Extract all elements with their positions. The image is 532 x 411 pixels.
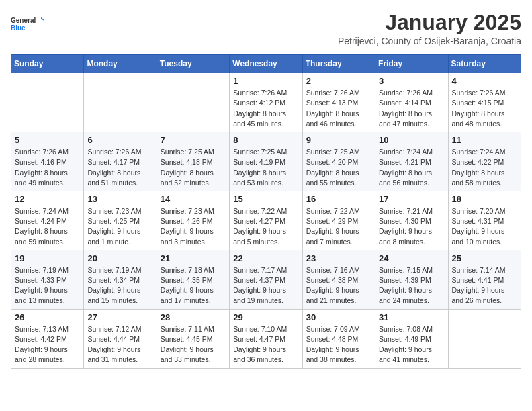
- day-info: Sunrise: 7:22 AM Sunset: 4:29 PM Dayligh…: [306, 206, 371, 247]
- day-cell-15: 15Sunrise: 7:22 AM Sunset: 4:27 PM Dayli…: [230, 191, 302, 250]
- day-number: 19: [15, 253, 80, 263]
- day-cell-1: 1Sunrise: 7:26 AM Sunset: 4:12 PM Daylig…: [230, 73, 302, 132]
- day-cell-20: 20Sunrise: 7:19 AM Sunset: 4:34 PM Dayli…: [84, 250, 157, 309]
- day-number: 30: [306, 312, 371, 322]
- col-header-thursday: Thursday: [302, 55, 375, 73]
- day-info: Sunrise: 7:24 AM Sunset: 4:24 PM Dayligh…: [15, 206, 80, 247]
- day-cell-29: 29Sunrise: 7:10 AM Sunset: 4:47 PM Dayli…: [230, 309, 302, 368]
- day-number: 4: [452, 76, 517, 86]
- day-cell-10: 10Sunrise: 7:24 AM Sunset: 4:21 PM Dayli…: [375, 132, 448, 191]
- day-number: 11: [452, 135, 517, 145]
- empty-cell: [157, 73, 229, 132]
- day-info: Sunrise: 7:20 AM Sunset: 4:31 PM Dayligh…: [452, 206, 517, 247]
- day-info: Sunrise: 7:09 AM Sunset: 4:48 PM Dayligh…: [306, 324, 371, 365]
- col-header-wednesday: Wednesday: [230, 55, 302, 73]
- day-number: 24: [379, 253, 444, 263]
- col-header-sunday: Sunday: [11, 55, 84, 73]
- day-number: 20: [87, 253, 152, 263]
- day-number: 28: [161, 312, 226, 322]
- col-header-friday: Friday: [375, 55, 448, 73]
- day-number: 18: [452, 194, 517, 204]
- calendar-header-row: SundayMondayTuesdayWednesdayThursdayFrid…: [11, 55, 521, 73]
- day-info: Sunrise: 7:23 AM Sunset: 4:25 PM Dayligh…: [87, 206, 152, 247]
- day-number: 27: [87, 312, 152, 322]
- day-info: Sunrise: 7:19 AM Sunset: 4:34 PM Dayligh…: [87, 265, 152, 306]
- day-number: 22: [233, 253, 298, 263]
- day-number: 3: [379, 76, 444, 86]
- day-number: 15: [233, 194, 298, 204]
- day-cell-5: 5Sunrise: 7:26 AM Sunset: 4:16 PM Daylig…: [11, 132, 84, 191]
- day-cell-8: 8Sunrise: 7:25 AM Sunset: 4:19 PM Daylig…: [230, 132, 302, 191]
- day-cell-31: 31Sunrise: 7:08 AM Sunset: 4:49 PM Dayli…: [375, 309, 448, 368]
- day-info: Sunrise: 7:10 AM Sunset: 4:47 PM Dayligh…: [233, 324, 298, 365]
- empty-cell: [448, 309, 521, 368]
- day-number: 2: [306, 76, 371, 86]
- col-header-saturday: Saturday: [448, 55, 521, 73]
- day-info: Sunrise: 7:19 AM Sunset: 4:33 PM Dayligh…: [15, 265, 80, 306]
- col-header-tuesday: Tuesday: [157, 55, 229, 73]
- logo-svg: General Blue: [11, 11, 44, 38]
- day-info: Sunrise: 7:24 AM Sunset: 4:21 PM Dayligh…: [379, 147, 444, 188]
- day-number: 13: [87, 194, 152, 204]
- day-number: 21: [161, 253, 226, 263]
- day-info: Sunrise: 7:21 AM Sunset: 4:30 PM Dayligh…: [379, 206, 444, 247]
- day-number: 14: [161, 194, 226, 204]
- page-header: General Blue January 2025 Petrijevci, Co…: [11, 11, 521, 46]
- day-cell-2: 2Sunrise: 7:26 AM Sunset: 4:13 PM Daylig…: [302, 73, 375, 132]
- location-subtitle: Petrijevci, County of Osijek-Baranja, Cr…: [338, 36, 521, 46]
- day-info: Sunrise: 7:24 AM Sunset: 4:22 PM Dayligh…: [452, 147, 517, 188]
- day-number: 10: [379, 135, 444, 145]
- day-info: Sunrise: 7:15 AM Sunset: 4:39 PM Dayligh…: [379, 265, 444, 306]
- day-info: Sunrise: 7:14 AM Sunset: 4:41 PM Dayligh…: [452, 265, 517, 306]
- day-info: Sunrise: 7:26 AM Sunset: 4:15 PM Dayligh…: [452, 88, 517, 129]
- day-cell-30: 30Sunrise: 7:09 AM Sunset: 4:48 PM Dayli…: [302, 309, 375, 368]
- day-number: 5: [15, 135, 80, 145]
- month-title: January 2025: [338, 11, 521, 34]
- day-number: 9: [306, 135, 371, 145]
- day-cell-3: 3Sunrise: 7:26 AM Sunset: 4:14 PM Daylig…: [375, 73, 448, 132]
- day-number: 29: [233, 312, 298, 322]
- empty-cell: [11, 73, 84, 132]
- day-number: 8: [233, 135, 298, 145]
- day-info: Sunrise: 7:08 AM Sunset: 4:49 PM Dayligh…: [379, 324, 444, 365]
- calendar-week-5: 26Sunrise: 7:13 AM Sunset: 4:42 PM Dayli…: [11, 309, 521, 368]
- day-cell-18: 18Sunrise: 7:20 AM Sunset: 4:31 PM Dayli…: [448, 191, 521, 250]
- day-cell-23: 23Sunrise: 7:16 AM Sunset: 4:38 PM Dayli…: [302, 250, 375, 309]
- day-number: 6: [87, 135, 152, 145]
- day-info: Sunrise: 7:26 AM Sunset: 4:16 PM Dayligh…: [15, 147, 80, 188]
- empty-cell: [84, 73, 157, 132]
- day-cell-7: 7Sunrise: 7:25 AM Sunset: 4:18 PM Daylig…: [157, 132, 229, 191]
- day-info: Sunrise: 7:12 AM Sunset: 4:44 PM Dayligh…: [87, 324, 152, 365]
- day-number: 12: [15, 194, 80, 204]
- day-info: Sunrise: 7:23 AM Sunset: 4:26 PM Dayligh…: [161, 206, 226, 247]
- day-cell-25: 25Sunrise: 7:14 AM Sunset: 4:41 PM Dayli…: [448, 250, 521, 309]
- calendar-week-2: 5Sunrise: 7:26 AM Sunset: 4:16 PM Daylig…: [11, 132, 521, 191]
- svg-text:General: General: [11, 17, 36, 24]
- calendar-week-4: 19Sunrise: 7:19 AM Sunset: 4:33 PM Dayli…: [11, 250, 521, 309]
- col-header-monday: Monday: [84, 55, 157, 73]
- day-cell-26: 26Sunrise: 7:13 AM Sunset: 4:42 PM Dayli…: [11, 309, 84, 368]
- day-cell-22: 22Sunrise: 7:17 AM Sunset: 4:37 PM Dayli…: [230, 250, 302, 309]
- calendar-table: SundayMondayTuesdayWednesdayThursdayFrid…: [11, 54, 521, 368]
- day-cell-27: 27Sunrise: 7:12 AM Sunset: 4:44 PM Dayli…: [84, 309, 157, 368]
- day-cell-9: 9Sunrise: 7:25 AM Sunset: 4:20 PM Daylig…: [302, 132, 375, 191]
- svg-marker-2: [41, 17, 44, 21]
- day-cell-12: 12Sunrise: 7:24 AM Sunset: 4:24 PM Dayli…: [11, 191, 84, 250]
- day-info: Sunrise: 7:25 AM Sunset: 4:18 PM Dayligh…: [161, 147, 226, 188]
- day-cell-11: 11Sunrise: 7:24 AM Sunset: 4:22 PM Dayli…: [448, 132, 521, 191]
- day-info: Sunrise: 7:26 AM Sunset: 4:17 PM Dayligh…: [87, 147, 152, 188]
- calendar-week-3: 12Sunrise: 7:24 AM Sunset: 4:24 PM Dayli…: [11, 191, 521, 250]
- day-number: 7: [161, 135, 226, 145]
- day-cell-16: 16Sunrise: 7:22 AM Sunset: 4:29 PM Dayli…: [302, 191, 375, 250]
- day-info: Sunrise: 7:25 AM Sunset: 4:19 PM Dayligh…: [233, 147, 298, 188]
- day-number: 26: [15, 312, 80, 322]
- day-info: Sunrise: 7:26 AM Sunset: 4:14 PM Dayligh…: [379, 88, 444, 129]
- calendar-week-1: 1Sunrise: 7:26 AM Sunset: 4:12 PM Daylig…: [11, 73, 521, 132]
- day-info: Sunrise: 7:26 AM Sunset: 4:13 PM Dayligh…: [306, 88, 371, 129]
- day-info: Sunrise: 7:18 AM Sunset: 4:35 PM Dayligh…: [161, 265, 226, 306]
- day-info: Sunrise: 7:16 AM Sunset: 4:38 PM Dayligh…: [306, 265, 371, 306]
- day-info: Sunrise: 7:22 AM Sunset: 4:27 PM Dayligh…: [233, 206, 298, 247]
- day-cell-21: 21Sunrise: 7:18 AM Sunset: 4:35 PM Dayli…: [157, 250, 229, 309]
- day-cell-17: 17Sunrise: 7:21 AM Sunset: 4:30 PM Dayli…: [375, 191, 448, 250]
- day-cell-24: 24Sunrise: 7:15 AM Sunset: 4:39 PM Dayli…: [375, 250, 448, 309]
